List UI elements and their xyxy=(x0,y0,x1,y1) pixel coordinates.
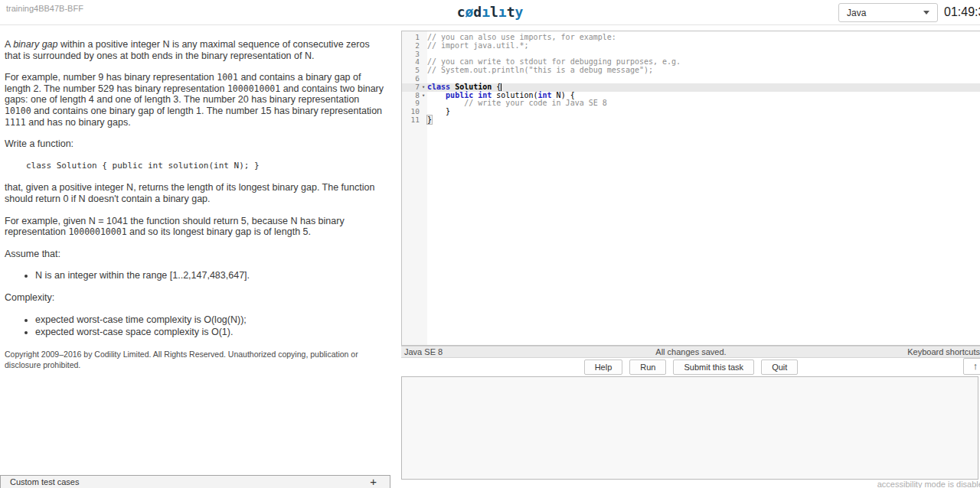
fold-caret-spacer xyxy=(420,75,427,83)
task-list-item: N is an integer within the range [1..2,1… xyxy=(35,270,384,281)
logo-letter: l xyxy=(490,4,498,20)
task-text: 1001 xyxy=(217,72,238,83)
matched-bracket: } xyxy=(427,115,432,124)
custom-test-cases-bar[interactable]: Custom test cases + xyxy=(0,475,390,488)
task-description-panel[interactable]: A binary gap within a positive integer N… xyxy=(0,31,390,474)
code-segment: // import java.util.*; xyxy=(427,41,528,50)
editor-line[interactable]: 9 // write your code in Java SE 8 xyxy=(402,99,980,108)
task-text: A xyxy=(5,39,13,50)
code-text: // write your code in Java SE 8 xyxy=(427,99,607,108)
task-text: expected worst-case space complexity is … xyxy=(35,327,233,337)
chevron-down-icon xyxy=(923,11,929,15)
line-number: 7 xyxy=(402,83,420,92)
task-text: Write a function: xyxy=(5,138,74,149)
fold-caret-icon[interactable]: ▾ xyxy=(420,83,427,92)
fold-caret-spacer xyxy=(420,108,427,116)
task-paragraph: Complexity: xyxy=(5,292,384,304)
scroll-top-button[interactable]: ↑ xyxy=(963,358,980,375)
task-text: N is an integer within the range [1..2,1… xyxy=(35,270,250,281)
keyboard-shortcuts-link[interactable]: Keyboard shortcuts xyxy=(907,347,980,356)
fold-caret-spacer xyxy=(420,99,427,108)
task-text: within a positive integer N is any maxim… xyxy=(5,39,370,61)
logo-letter: ø xyxy=(465,4,473,20)
code-segment xyxy=(427,99,464,107)
code-segment: // you can also use imports, for example… xyxy=(427,33,616,41)
editor-line[interactable]: 5// System.out.println("this is a debug … xyxy=(402,67,980,75)
task-list: N is an integer within the range [1..2,1… xyxy=(5,270,384,281)
code-segment: } xyxy=(427,107,450,115)
code-segment: { xyxy=(492,83,501,91)
save-status-label: All changes saved. xyxy=(401,347,980,356)
code-segment xyxy=(427,91,446,99)
fold-caret-spacer xyxy=(420,34,427,42)
editor-line[interactable]: 2// import java.util.*; xyxy=(402,42,980,50)
code-editor[interactable]: 1// you can also use imports, for exampl… xyxy=(401,31,980,346)
text-cursor xyxy=(501,83,501,91)
code-segment: solution( xyxy=(492,91,537,99)
actions-row: Help Run Submit this task Quit xyxy=(401,358,980,376)
quit-button[interactable]: Quit xyxy=(761,359,798,375)
logo-letter: ı xyxy=(482,4,490,20)
line-number: 2 xyxy=(402,42,420,50)
task-paragraph: A binary gap within a positive integer N… xyxy=(5,39,384,61)
code-segment: int xyxy=(538,91,552,99)
line-number: 11 xyxy=(402,116,420,125)
task-text: 10000010001 xyxy=(68,226,126,237)
task-paragraph: Write a function: xyxy=(5,138,384,150)
code-text: // import java.util.*; xyxy=(427,42,528,50)
fold-caret-spacer xyxy=(420,58,427,67)
language-select-value: Java xyxy=(847,8,866,18)
code-segment: // System.out.println("this is a debug m… xyxy=(427,66,653,74)
code-segment: class xyxy=(427,83,450,91)
task-list-item: expected worst-case space complexity is … xyxy=(35,327,384,338)
logo-letter: c xyxy=(457,4,466,20)
top-bar: training4BB47B-BFF cødılıty Java 01:49:3… xyxy=(0,0,980,25)
logo-letter: ı xyxy=(498,4,507,20)
task-text: 10100 xyxy=(5,106,31,116)
task-text: 1111 xyxy=(5,117,26,128)
task-paragraph: For example, given N = 1041 the function… xyxy=(5,216,384,238)
task-text: Assume that: xyxy=(5,249,60,259)
submit-task-button[interactable]: Submit this task xyxy=(673,359,754,375)
logo-letter: y xyxy=(515,4,524,20)
editor-lines[interactable]: 1// you can also use imports, for exampl… xyxy=(402,34,980,125)
language-select[interactable]: Java xyxy=(838,3,938,22)
code-segment: public xyxy=(446,91,473,99)
task-text: For example, number 9 has binary represe… xyxy=(5,72,217,83)
fold-caret-icon[interactable]: ▾ xyxy=(420,92,427,100)
editor-line[interactable]: 11} xyxy=(402,116,980,125)
task-text: expected worst-case time complexity is O… xyxy=(35,314,247,325)
logo-letter: d xyxy=(473,4,482,20)
task-paragraph: For example, number 9 has binary represe… xyxy=(5,72,384,128)
task-text: and has no binary gaps. xyxy=(26,117,131,128)
task-paragraph: that, given a positive integer N, return… xyxy=(5,182,384,204)
code-segment: // write your code in Java SE 8 xyxy=(464,99,607,107)
code-text: // System.out.println("this is a debug m… xyxy=(427,67,653,75)
task-text: that, given a positive integer N, return… xyxy=(5,182,374,204)
task-list-item: expected worst-case time complexity is O… xyxy=(35,314,384,326)
task-text: 1000010001 xyxy=(227,83,280,94)
fold-caret-spacer xyxy=(420,50,427,59)
task-paragraph: Assume that: xyxy=(5,249,384,260)
copyright-notice: Copyright 2009–2016 by Codility Limited.… xyxy=(5,349,384,371)
help-button[interactable]: Help xyxy=(584,359,623,375)
run-button[interactable]: Run xyxy=(629,359,666,375)
editor-line[interactable]: 10 } xyxy=(402,108,980,116)
custom-test-cases-label: Custom test cases xyxy=(1,477,370,486)
code-segment: // you can write to stdout for debugging… xyxy=(427,57,681,66)
code-segment: N) { xyxy=(552,91,575,99)
logo-letter: t xyxy=(507,4,515,20)
task-text: binary gap xyxy=(13,39,57,50)
task-list: expected worst-case time complexity is O… xyxy=(5,314,384,338)
task-text: Complexity: xyxy=(5,292,54,303)
editor-status-bar: Java SE 8 All changes saved. Keyboard sh… xyxy=(401,346,980,358)
add-test-case-icon[interactable]: + xyxy=(370,477,390,487)
accessibility-mode-link[interactable]: accessibility mode is disabled xyxy=(877,480,980,488)
task-text: and so its longest binary gap is of leng… xyxy=(127,226,311,237)
task-text: and contains one binary gap of length 1.… xyxy=(31,106,382,116)
fold-caret-spacer xyxy=(420,116,427,125)
code-segment: Solution xyxy=(455,83,492,91)
codility-logo: cødılıty xyxy=(0,4,980,20)
function-signature: class Solution { public int solution(int… xyxy=(26,161,384,172)
code-text: } xyxy=(427,116,432,125)
